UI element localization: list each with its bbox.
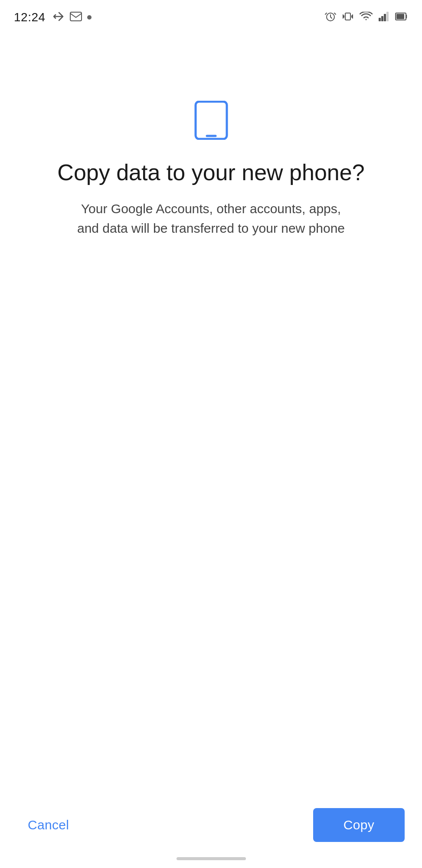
main-content: Copy data to your new phone? Your Google… bbox=[0, 31, 422, 868]
svg-rect-5 bbox=[384, 14, 386, 21]
svg-rect-3 bbox=[379, 18, 381, 21]
status-time: 12:24 bbox=[14, 10, 46, 24]
phone-icon bbox=[194, 134, 229, 141]
cancel-button[interactable]: Cancel bbox=[17, 809, 79, 841]
phone-icon-container bbox=[194, 101, 229, 142]
status-bar-right bbox=[325, 11, 408, 24]
svg-rect-0 bbox=[70, 12, 82, 21]
nav-bar-handle bbox=[177, 857, 246, 860]
status-icons-left bbox=[53, 12, 92, 23]
notification-dot bbox=[87, 15, 92, 20]
vibrate-icon bbox=[342, 11, 353, 24]
battery-icon bbox=[395, 12, 408, 23]
status-bar: 12:24 bbox=[0, 0, 422, 31]
page-title: Copy data to your new phone? bbox=[57, 159, 364, 186]
status-bar-left: 12:24 bbox=[14, 10, 92, 24]
svg-rect-9 bbox=[196, 102, 227, 139]
signal-icon bbox=[379, 12, 389, 23]
svg-rect-4 bbox=[381, 16, 383, 21]
svg-rect-6 bbox=[386, 12, 389, 21]
copy-button[interactable]: Copy bbox=[313, 808, 405, 842]
wifi-icon bbox=[360, 12, 373, 23]
alarm-icon bbox=[325, 11, 336, 24]
arrow-icon bbox=[53, 12, 65, 23]
gmail-icon bbox=[70, 12, 82, 23]
svg-rect-2 bbox=[345, 13, 350, 20]
svg-rect-8 bbox=[396, 14, 404, 19]
page-subtitle: Your Google Accounts, other accounts, ap… bbox=[77, 199, 346, 238]
bottom-actions: Cancel Copy bbox=[0, 808, 422, 842]
nav-bar bbox=[0, 849, 422, 868]
svg-rect-10 bbox=[200, 105, 222, 133]
